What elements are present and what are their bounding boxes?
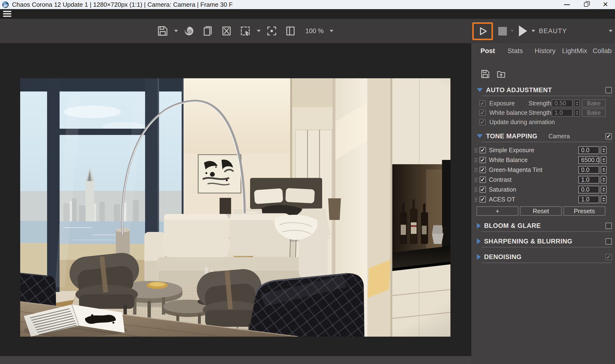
green-magenta-tint-input[interactable]: 0.0 xyxy=(578,166,599,174)
add-operator-button[interactable]: + xyxy=(476,206,518,216)
contrast-input[interactable]: 1.0 xyxy=(578,176,599,184)
tone-mapping-enable-checkbox[interactable]: ✓ xyxy=(605,133,612,140)
pixel-probe-button[interactable] xyxy=(264,23,279,39)
value-spinner[interactable] xyxy=(601,195,607,203)
zoom-level[interactable]: 100 % xyxy=(305,27,324,35)
corona-logo-icon xyxy=(183,25,195,37)
denoising-enable-checkbox[interactable]: ✓ xyxy=(605,254,612,260)
operator-checkbox[interactable]: ✓ xyxy=(480,147,486,154)
denoising-header[interactable]: DENOISING ✓ xyxy=(477,253,612,261)
auto-adjustment-enable-checkbox[interactable]: ✓ xyxy=(605,87,612,93)
render-dropdown-caret[interactable] xyxy=(531,30,535,32)
expand-triangle-icon[interactable] xyxy=(477,254,481,260)
expand-triangle-icon[interactable] xyxy=(477,238,481,244)
drag-handle-icon[interactable] xyxy=(475,168,477,172)
toolbar: 100 % BEAUTY xyxy=(0,19,615,43)
value-spinner[interactable] xyxy=(601,176,607,184)
drag-handle-icon[interactable] xyxy=(475,178,477,182)
render-region-button[interactable] xyxy=(238,23,253,39)
update-animation-checkbox[interactable]: ✓ xyxy=(479,119,486,125)
saturation-input[interactable]: 0.0 xyxy=(578,186,599,194)
value-spinner[interactable] xyxy=(601,186,607,194)
clear-image-button[interactable] xyxy=(219,23,234,39)
value-spinner[interactable] xyxy=(601,146,607,154)
section-title: AUTO ADJUSTMENT xyxy=(486,86,552,94)
section-divider xyxy=(482,231,612,232)
window-title: Chaos Corona 12 Update 1 | 1280×720px (1… xyxy=(12,1,233,8)
region-dropdown-caret[interactable] xyxy=(257,30,261,32)
save-image-button[interactable] xyxy=(155,23,170,39)
close-button[interactable]: ✕ xyxy=(596,0,615,9)
tone-row-simple-exposure: ✓ Simple Exposure 0.0 xyxy=(475,145,607,155)
white-balance-input[interactable]: 6500.0 xyxy=(578,156,599,164)
tab-stats[interactable]: Stats xyxy=(508,47,523,55)
operator-label: Contrast xyxy=(489,176,511,183)
collapse-triangle-icon[interactable] xyxy=(477,134,483,138)
simple-exposure-input[interactable]: 0.0 xyxy=(578,146,599,154)
aces-ot-input[interactable]: 1.0 xyxy=(578,195,599,203)
white-balance-checkbox[interactable]: ✓ xyxy=(479,109,486,116)
restore-button[interactable] xyxy=(576,0,596,9)
tab-history[interactable]: History xyxy=(535,47,556,55)
exposure-strength-input[interactable]: 0.50 xyxy=(552,99,573,107)
tone-mapping-source: Camera xyxy=(548,133,570,140)
load-image-button-panel[interactable] xyxy=(496,69,507,81)
render-image xyxy=(20,78,450,337)
vfb-side-panel: Post Stats History LightMix Collab AUTO … xyxy=(471,43,615,364)
drag-handle-icon[interactable] xyxy=(475,148,477,153)
drag-handle-icon[interactable] xyxy=(475,197,477,202)
operator-label: Simple Exposure xyxy=(489,147,534,154)
save-dropdown-caret[interactable] xyxy=(174,30,178,32)
section-divider xyxy=(482,96,612,96)
exposure-strength-spinner[interactable] xyxy=(574,99,580,107)
section-title: SHARPENING & BLURRING xyxy=(484,238,573,245)
auto-white-balance-row: ✓ White balance Strength 1.0 Bake xyxy=(479,108,606,117)
ab-compare-button[interactable] xyxy=(283,23,298,39)
operator-checkbox[interactable]: ✓ xyxy=(480,196,486,203)
save-image-button-panel[interactable] xyxy=(480,69,491,81)
render-canvas[interactable] xyxy=(0,43,471,356)
tab-lightmix[interactable]: LightMix xyxy=(562,47,587,55)
operator-checkbox[interactable]: ✓ xyxy=(480,167,486,173)
auto-exposure-row: ✓ Exposure Strength 0.50 Bake xyxy=(479,99,606,108)
play-outline-icon xyxy=(477,26,488,37)
exposure-checkbox[interactable]: ✓ xyxy=(479,100,486,107)
operator-checkbox[interactable]: ✓ xyxy=(480,176,486,183)
tab-post[interactable]: Post xyxy=(481,47,495,55)
auto-adjustment-header[interactable]: AUTO ADJUSTMENT ✓ xyxy=(477,86,612,94)
section-title: TONE MAPPING xyxy=(486,132,537,140)
sharpening-blurring-header[interactable]: SHARPENING & BLURRING ✓ xyxy=(477,237,612,245)
corona-logo-button[interactable] xyxy=(181,23,197,39)
clear-icon xyxy=(220,25,233,37)
expand-triangle-icon[interactable] xyxy=(477,223,481,229)
white-balance-bake-button[interactable]: Bake xyxy=(582,108,606,117)
presets-button[interactable]: Presets xyxy=(563,206,605,216)
value-spinner[interactable] xyxy=(601,156,607,164)
zoom-dropdown-caret[interactable] xyxy=(330,30,334,32)
strength-label: Strength xyxy=(529,109,552,116)
bloom-glare-header[interactable]: BLOOM & GLARE ✓ xyxy=(477,222,612,230)
minimize-button[interactable] xyxy=(557,0,576,9)
collapse-triangle-icon[interactable] xyxy=(477,88,483,92)
drag-handle-icon[interactable] xyxy=(475,188,477,192)
duplicate-image-button[interactable] xyxy=(200,23,215,39)
white-balance-strength-spinner[interactable] xyxy=(574,109,580,117)
value-spinner[interactable] xyxy=(601,166,607,174)
white-balance-strength-input[interactable]: 1.0 xyxy=(552,109,573,117)
tone-mapping-header[interactable]: TONE MAPPING Camera ✓ xyxy=(477,132,612,140)
operator-checkbox[interactable]: ✓ xyxy=(480,157,486,163)
reset-button[interactable]: Reset xyxy=(520,206,562,216)
bloom-glare-enable-checkbox[interactable]: ✓ xyxy=(605,222,612,229)
channel-dropdown-caret[interactable] xyxy=(609,30,613,32)
sharpening-enable-checkbox[interactable]: ✓ xyxy=(605,238,612,245)
section-title: DENOISING xyxy=(484,253,521,261)
drag-handle-icon[interactable] xyxy=(475,158,477,162)
operator-checkbox[interactable]: ✓ xyxy=(480,186,486,193)
hamburger-menu-button[interactable] xyxy=(3,11,11,17)
start-interactive-button[interactable] xyxy=(472,22,493,40)
channel-selector[interactable]: BEAUTY xyxy=(539,27,567,35)
render-button[interactable] xyxy=(519,26,527,37)
tab-collab[interactable]: Collab xyxy=(593,47,612,55)
stop-render-button[interactable] xyxy=(498,27,507,36)
exposure-bake-button[interactable]: Bake xyxy=(582,99,606,108)
